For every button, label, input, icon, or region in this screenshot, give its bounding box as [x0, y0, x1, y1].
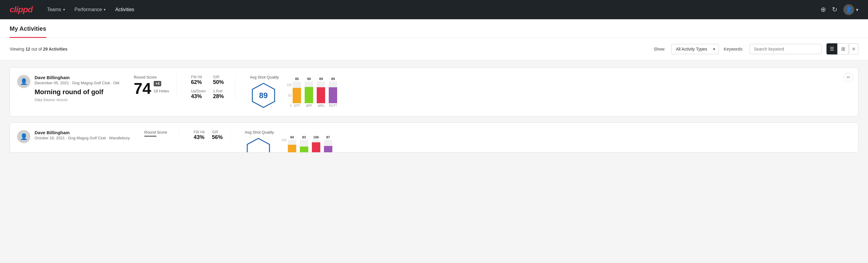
- page-title: My Activities: [10, 19, 46, 38]
- gir-label: GIR: [213, 75, 228, 79]
- round-score-value: 74: [134, 81, 151, 96]
- refresh-icon[interactable]: ↻: [832, 6, 837, 13]
- gir-value: 56%: [212, 134, 223, 141]
- avatar: 👤: [17, 75, 30, 88]
- data-source: Data Source: Arccos: [35, 98, 119, 102]
- user-name: Dave Billingham: [35, 75, 119, 80]
- avatar: 👤: [17, 130, 30, 143]
- gir-value: 50%: [213, 79, 228, 85]
- navbar: clippd Teams ▾ Performance ▾ Activities …: [0, 0, 868, 19]
- chevron-down-icon: ▾: [63, 7, 65, 12]
- show-label: Show:: [654, 47, 665, 52]
- sub-stats: FW Hit 43% GIR 56%: [194, 130, 223, 141]
- nav-item-teams[interactable]: Teams ▾: [47, 6, 65, 13]
- user-name: Dave Billingham: [35, 130, 130, 135]
- avg-shot-quality-label: Avg Shot Quality: [250, 75, 844, 80]
- logo[interactable]: clippd: [10, 5, 32, 14]
- filter-row: Viewing 12 out of 29 Activities Show: Al…: [0, 38, 868, 60]
- chevron-down-icon: ▾: [104, 7, 105, 12]
- keywords-label: Keywords:: [724, 47, 743, 52]
- add-icon[interactable]: ⊕: [820, 6, 826, 13]
- activity-type-select-wrapper: All Activity Types: [671, 44, 719, 54]
- updown-label: Up/Down: [191, 89, 206, 93]
- hex-chart-container-2: 100 948310687: [245, 137, 844, 152]
- activity-card: ✏ 👤 Dave Billingham December 05, 2021 · …: [10, 67, 858, 116]
- avg-shot-quality-label: Avg Shot Quality: [245, 130, 844, 135]
- updown-value: 43%: [191, 93, 206, 99]
- round-score-label: Round Score: [144, 130, 172, 135]
- nav-item-performance[interactable]: Performance ▾: [74, 6, 106, 13]
- hex-chart-container: 89 100 50 0 85OTT90APP89ARG89PUTT: [250, 82, 844, 109]
- activity-card: 👤 Dave Billingham October 16, 2021 · Gog…: [10, 122, 858, 152]
- grid-view-button[interactable]: ⊞: [838, 43, 848, 55]
- activities-list: ✏ 👤 Dave Billingham December 05, 2021 · …: [0, 60, 868, 166]
- one-putt-value: 28%: [213, 93, 228, 99]
- shot-quality-score: 89: [259, 91, 268, 100]
- fw-hit-label: FW Hit: [194, 130, 205, 134]
- chevron-down-icon: ▾: [856, 7, 858, 12]
- round-score-label: Round Score: [134, 75, 169, 80]
- user-info: Dave Billingham October 16, 2021 · Gog M…: [35, 130, 130, 140]
- page-header: My Activities: [0, 19, 868, 38]
- user-date: October 16, 2021 · Gog Magog Golf Club ·…: [35, 136, 130, 140]
- fw-hit-label: FW Hit: [191, 75, 206, 79]
- svg-marker-1: [247, 139, 270, 152]
- fw-hit-value: 62%: [191, 79, 206, 85]
- user-menu[interactable]: 👤 ▾: [843, 4, 858, 15]
- user-date: December 05, 2021 · Gog Magog Golf Club …: [35, 81, 119, 85]
- activity-type-select[interactable]: All Activity Types: [671, 44, 719, 54]
- list-detail-view-button[interactable]: ≡: [849, 43, 858, 55]
- avatar: 👤: [843, 4, 854, 15]
- edit-button[interactable]: ✏: [844, 72, 853, 82]
- list-compact-view-button[interactable]: ☰: [827, 43, 837, 55]
- view-buttons: ☰ ⊞ ≡: [827, 43, 858, 55]
- one-putt-label: 1 Putt: [213, 89, 228, 93]
- activity-title: Morning round of golf: [35, 88, 119, 96]
- fw-hit-value: 43%: [194, 134, 205, 141]
- nav-icons: ⊕ ↻ 👤 ▾: [820, 4, 858, 15]
- user-info: Dave Billingham December 05, 2021 · Gog …: [35, 75, 119, 102]
- shot-quality-hexagon: 89: [250, 82, 277, 109]
- sub-stats: FW Hit 62% GIR 50% Up/Down 43% 1 Putt 28…: [191, 75, 228, 99]
- score-badge: +4: [154, 81, 161, 86]
- shot-quality-hexagon-2: [245, 137, 272, 152]
- search-input[interactable]: [749, 44, 822, 54]
- nav-item-activities[interactable]: Activities: [115, 6, 134, 13]
- gir-label: GIR: [212, 130, 223, 134]
- viewing-count-text: Viewing 12 out of 29 Activities: [10, 47, 67, 52]
- holes-value: 18 Holes: [154, 89, 169, 93]
